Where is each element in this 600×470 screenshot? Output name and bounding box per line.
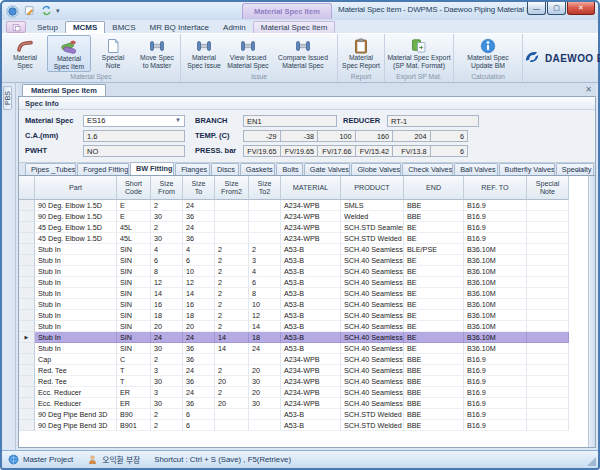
- grid-cell[interactable]: 14: [183, 288, 215, 299]
- grid-cell[interactable]: [527, 365, 569, 376]
- grid-cell[interactable]: BE: [404, 310, 464, 321]
- grid-cell[interactable]: 30: [151, 211, 183, 222]
- grid-cell[interactable]: SCH.STD Welded: [341, 233, 404, 244]
- grid-cell[interactable]: 24: [249, 343, 281, 354]
- grid-cell[interactable]: 4: [183, 244, 215, 255]
- grid-cell[interactable]: B36.10M: [464, 321, 527, 332]
- category-tab-check-valves[interactable]: Check Valves: [402, 163, 453, 175]
- grid-cell[interactable]: SIN: [117, 299, 151, 310]
- grid-cell[interactable]: SCH.40 Seamless: [341, 365, 404, 376]
- grid-cell[interactable]: 4: [249, 266, 281, 277]
- grid-cell[interactable]: 2: [151, 200, 183, 211]
- grid-cell[interactable]: 30: [151, 376, 183, 387]
- button-move-spec-to-master[interactable]: Move Spec to Master: [135, 35, 179, 72]
- grid-cell[interactable]: [527, 387, 569, 398]
- temp-value-cell[interactable]: 204: [393, 130, 431, 142]
- grid-cell[interactable]: BBE: [404, 409, 464, 420]
- grid-cell[interactable]: B36.10M: [464, 332, 527, 343]
- vertical-scrollbar[interactable]: [588, 176, 595, 447]
- grid-header-part[interactable]: Part: [35, 176, 117, 200]
- grid-cell[interactable]: ER: [117, 387, 151, 398]
- grid-cell[interactable]: 12: [183, 277, 215, 288]
- grid-cell[interactable]: 14: [215, 343, 249, 354]
- grid-cell[interactable]: Ecc. Reducer: [35, 387, 117, 398]
- grid-cell[interactable]: SCH.STD Welded: [341, 420, 404, 431]
- grid-cell[interactable]: 2: [151, 409, 183, 420]
- row-indicator[interactable]: [19, 200, 35, 211]
- row-indicator[interactable]: [19, 266, 35, 277]
- category-tab-forged-fitting[interactable]: Forged Fitting: [77, 163, 129, 175]
- row-indicator[interactable]: [19, 222, 35, 233]
- grid-cell[interactable]: 90 Deg. Elbow 1.5D: [35, 200, 117, 211]
- grid-cell[interactable]: BE: [404, 288, 464, 299]
- grid-cell[interactable]: 3: [249, 255, 281, 266]
- grid-cell[interactable]: A53-B: [281, 420, 341, 431]
- grid-cell[interactable]: 12: [151, 277, 183, 288]
- grid-cell[interactable]: BE: [404, 255, 464, 266]
- row-indicator[interactable]: [19, 288, 35, 299]
- grid-cell[interactable]: SCH.STD Welded: [341, 409, 404, 420]
- grid-row[interactable]: Stub InSIN141428A53-BSCH.40 SeamlessBEB3…: [19, 288, 569, 299]
- grid-cell[interactable]: SCH.40 Seamless: [341, 299, 404, 310]
- grid-cell[interactable]: 16: [151, 299, 183, 310]
- row-indicator[interactable]: [19, 420, 35, 431]
- category-tab-globe-valves[interactable]: Globe Valves: [351, 163, 401, 175]
- grid-row[interactable]: 45 Deg. Elbow 1.5D45L224A234-WPBSCH.STD …: [19, 222, 569, 233]
- row-indicator[interactable]: [19, 387, 35, 398]
- grid-row[interactable]: Stub InSIN81024A53-BSCH.40 SeamlessBEB36…: [19, 266, 569, 277]
- grid-cell[interactable]: A234-WPB: [281, 365, 341, 376]
- category-tab-bolts[interactable]: Bolts: [276, 163, 302, 175]
- grid-cell[interactable]: SCH.40 Seamless: [341, 266, 404, 277]
- row-indicator[interactable]: [19, 310, 35, 321]
- document-close-icon[interactable]: ✕: [585, 85, 592, 94]
- grid-cell[interactable]: 18: [151, 310, 183, 321]
- grid-header-short-code[interactable]: Short Code: [117, 176, 151, 200]
- grid-cell[interactable]: BE: [404, 277, 464, 288]
- grid-cell[interactable]: Stub In: [35, 321, 117, 332]
- grid-cell[interactable]: [215, 354, 249, 365]
- temp-value-cell[interactable]: 100: [318, 130, 356, 142]
- grid-cell[interactable]: Welded: [341, 211, 404, 222]
- grid-cell[interactable]: SCH.40 Seamless: [341, 288, 404, 299]
- grid-cell[interactable]: [215, 222, 249, 233]
- grid-cell[interactable]: 45L: [117, 222, 151, 233]
- row-indicator[interactable]: [19, 244, 35, 255]
- grid-cell[interactable]: C: [117, 354, 151, 365]
- grid-row[interactable]: Stub InSIN2020214A53-BSCH.40 SeamlessBEB…: [19, 321, 569, 332]
- row-indicator[interactable]: [19, 409, 35, 420]
- grid-cell[interactable]: 90 Deg Pipe Bend 3D: [35, 409, 117, 420]
- grid-cell[interactable]: BE: [404, 233, 464, 244]
- grid-row[interactable]: Stub InSIN6623A53-BSCH.40 SeamlessBEB36.…: [19, 255, 569, 266]
- grid-cell[interactable]: SIN: [117, 288, 151, 299]
- grid-cell[interactable]: [527, 299, 569, 310]
- grid-cell[interactable]: B36.10M: [464, 310, 527, 321]
- grid-cell[interactable]: SCH.40 Seamless: [341, 354, 404, 365]
- paste-button[interactable]: [6, 21, 26, 33]
- grid-cell[interactable]: A53-B: [281, 343, 341, 354]
- grid-cell[interactable]: BBE: [404, 365, 464, 376]
- grid-cell[interactable]: A53-B: [281, 299, 341, 310]
- grid-cell[interactable]: B16.9: [464, 211, 527, 222]
- grid-cell[interactable]: 36: [183, 233, 215, 244]
- grid-cell[interactable]: 3: [151, 365, 183, 376]
- grid-cell[interactable]: [527, 321, 569, 332]
- temp-value-cell[interactable]: 6: [431, 130, 469, 142]
- grid-cell[interactable]: SCH.40 Seamless: [341, 376, 404, 387]
- grid-cell[interactable]: SCH.40 Seamless: [341, 321, 404, 332]
- maximize-button[interactable]: ▢: [547, 2, 566, 15]
- grid-cell[interactable]: A53-B: [281, 255, 341, 266]
- temp-value-cell[interactable]: -38: [281, 130, 319, 142]
- grid-cell[interactable]: 6: [183, 409, 215, 420]
- grid-cell[interactable]: Stub In: [35, 255, 117, 266]
- temp-value-cell[interactable]: 160: [356, 130, 394, 142]
- grid-cell[interactable]: Stub In: [35, 310, 117, 321]
- grid-cell[interactable]: 6: [151, 255, 183, 266]
- grid-cell[interactable]: BE: [404, 332, 464, 343]
- press-value-cell[interactable]: FV/19.65: [281, 145, 319, 157]
- grid-cell[interactable]: 20: [151, 321, 183, 332]
- button-material-spec-issue[interactable]: Material Spec Issue: [182, 35, 226, 72]
- ca-field[interactable]: 1.6: [83, 130, 185, 142]
- grid-cell[interactable]: 2: [215, 244, 249, 255]
- grid-row[interactable]: Ecc. ReducerER30362030A234-WPBSCH.40 Sea…: [19, 398, 569, 409]
- grid-cell[interactable]: SCH.40 Seamless: [341, 244, 404, 255]
